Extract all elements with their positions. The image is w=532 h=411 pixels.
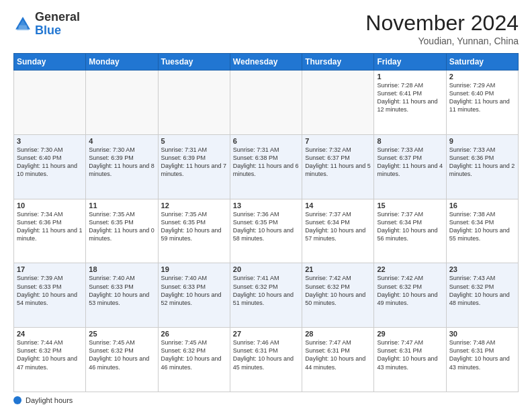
- calendar-cell: [230, 71, 302, 135]
- day-number: 12: [161, 201, 227, 210]
- calendar-cell: 10Sunrise: 7:34 AMSunset: 6:36 PMDayligh…: [14, 199, 86, 263]
- weekday-header: Tuesday: [158, 54, 230, 71]
- calendar-cell: 29Sunrise: 7:47 AMSunset: 6:31 PMDayligh…: [374, 328, 446, 392]
- day-number: 3: [17, 137, 83, 145]
- calendar-cell: 9Sunrise: 7:33 AMSunset: 6:36 PMDaylight…: [446, 134, 518, 199]
- calendar-cell: [14, 71, 86, 135]
- month-title: November 2024: [365, 11, 519, 36]
- day-info: Sunrise: 7:31 AMSunset: 6:39 PMDaylight:…: [161, 146, 227, 179]
- calendar-cell: 7Sunrise: 7:32 AMSunset: 6:37 PMDaylight…: [302, 134, 374, 199]
- day-info: Sunrise: 7:33 AMSunset: 6:37 PMDaylight:…: [377, 146, 443, 179]
- calendar-cell: 15Sunrise: 7:37 AMSunset: 6:34 PMDayligh…: [374, 199, 446, 263]
- day-number: 7: [305, 137, 371, 145]
- day-number: 24: [17, 330, 83, 338]
- day-number: 17: [17, 265, 83, 273]
- day-info: Sunrise: 7:29 AMSunset: 6:40 PMDaylight:…: [449, 81, 515, 114]
- day-number: 15: [377, 201, 443, 210]
- day-number: 20: [233, 265, 299, 273]
- calendar-cell: 30Sunrise: 7:48 AMSunset: 6:31 PMDayligh…: [446, 328, 518, 392]
- weekday-header: Monday: [86, 54, 158, 71]
- day-number: 9: [449, 137, 515, 145]
- calendar-cell: 25Sunrise: 7:45 AMSunset: 6:32 PMDayligh…: [86, 328, 158, 392]
- calendar-cell: 19Sunrise: 7:40 AMSunset: 6:33 PMDayligh…: [158, 263, 230, 328]
- day-info: Sunrise: 7:30 AMSunset: 6:39 PMDaylight:…: [89, 146, 154, 179]
- day-info: Sunrise: 7:42 AMSunset: 6:32 PMDaylight:…: [305, 274, 371, 307]
- day-info: Sunrise: 7:36 AMSunset: 6:35 PMDaylight:…: [233, 210, 299, 243]
- calendar-cell: 4Sunrise: 7:30 AMSunset: 6:39 PMDaylight…: [86, 134, 158, 199]
- weekday-header: Friday: [374, 54, 446, 71]
- footer-label: Daylight hours: [26, 396, 73, 404]
- day-info: Sunrise: 7:42 AMSunset: 6:32 PMDaylight:…: [377, 274, 443, 307]
- day-number: 22: [377, 265, 443, 273]
- day-info: Sunrise: 7:44 AMSunset: 6:32 PMDaylight:…: [17, 338, 83, 371]
- weekday-header: Saturday: [446, 54, 518, 71]
- day-info: Sunrise: 7:28 AMSunset: 6:41 PMDaylight:…: [377, 81, 443, 114]
- calendar-cell: 8Sunrise: 7:33 AMSunset: 6:37 PMDaylight…: [374, 134, 446, 199]
- day-info: Sunrise: 7:32 AMSunset: 6:37 PMDaylight:…: [305, 146, 371, 179]
- svg-rect-2: [19, 25, 27, 29]
- day-info: Sunrise: 7:30 AMSunset: 6:40 PMDaylight:…: [17, 146, 83, 179]
- calendar-cell: 17Sunrise: 7:39 AMSunset: 6:33 PMDayligh…: [14, 263, 86, 328]
- day-number: 30: [449, 330, 515, 338]
- calendar-cell: 27Sunrise: 7:46 AMSunset: 6:31 PMDayligh…: [230, 328, 302, 392]
- calendar-cell: 14Sunrise: 7:37 AMSunset: 6:34 PMDayligh…: [302, 199, 374, 263]
- calendar-cell: 11Sunrise: 7:35 AMSunset: 6:35 PMDayligh…: [86, 199, 158, 263]
- calendar: SundayMondayTuesdayWednesdayThursdayFrid…: [13, 53, 519, 392]
- day-number: 29: [377, 330, 443, 338]
- weekday-header: Thursday: [302, 54, 374, 71]
- day-info: Sunrise: 7:37 AMSunset: 6:34 PMDaylight:…: [377, 210, 443, 243]
- calendar-cell: 20Sunrise: 7:41 AMSunset: 6:32 PMDayligh…: [230, 263, 302, 328]
- calendar-cell: 12Sunrise: 7:35 AMSunset: 6:35 PMDayligh…: [158, 199, 230, 263]
- logo-text: General Blue: [35, 11, 80, 38]
- day-info: Sunrise: 7:47 AMSunset: 6:31 PMDaylight:…: [377, 338, 443, 371]
- location: Youdian, Yunnan, China: [365, 36, 519, 46]
- day-number: 1: [377, 73, 443, 81]
- day-info: Sunrise: 7:47 AMSunset: 6:31 PMDaylight:…: [305, 338, 371, 371]
- calendar-cell: [158, 71, 230, 135]
- day-number: 27: [233, 330, 299, 338]
- footer-dot: [13, 396, 21, 404]
- calendar-cell: [302, 71, 374, 135]
- day-number: 10: [17, 201, 83, 210]
- weekday-header: Sunday: [14, 54, 86, 71]
- day-number: 16: [449, 201, 515, 210]
- calendar-cell: 5Sunrise: 7:31 AMSunset: 6:39 PMDaylight…: [158, 134, 230, 199]
- page: General Blue November 2024 Youdian, Yunn…: [0, 0, 532, 411]
- day-info: Sunrise: 7:40 AMSunset: 6:33 PMDaylight:…: [89, 274, 154, 307]
- day-number: 8: [377, 137, 443, 145]
- calendar-cell: 24Sunrise: 7:44 AMSunset: 6:32 PMDayligh…: [14, 328, 86, 392]
- day-number: 21: [305, 265, 371, 273]
- day-number: 11: [89, 201, 154, 210]
- day-info: Sunrise: 7:33 AMSunset: 6:36 PMDaylight:…: [449, 146, 515, 179]
- day-number: 4: [89, 137, 154, 145]
- day-info: Sunrise: 7:41 AMSunset: 6:32 PMDaylight:…: [233, 274, 299, 307]
- calendar-cell: 1Sunrise: 7:28 AMSunset: 6:41 PMDaylight…: [374, 71, 446, 135]
- day-number: 14: [305, 201, 371, 210]
- calendar-cell: 26Sunrise: 7:45 AMSunset: 6:32 PMDayligh…: [158, 328, 230, 392]
- day-info: Sunrise: 7:37 AMSunset: 6:34 PMDaylight:…: [305, 210, 371, 243]
- day-info: Sunrise: 7:46 AMSunset: 6:31 PMDaylight:…: [233, 338, 299, 371]
- day-number: 5: [161, 137, 227, 145]
- day-number: 19: [161, 265, 227, 273]
- day-number: 26: [161, 330, 227, 338]
- day-info: Sunrise: 7:31 AMSunset: 6:38 PMDaylight:…: [233, 146, 299, 179]
- header: General Blue November 2024 Youdian, Yunn…: [13, 11, 519, 46]
- day-info: Sunrise: 7:35 AMSunset: 6:35 PMDaylight:…: [89, 210, 154, 243]
- calendar-cell: 16Sunrise: 7:38 AMSunset: 6:34 PMDayligh…: [446, 199, 518, 263]
- calendar-cell: 23Sunrise: 7:43 AMSunset: 6:32 PMDayligh…: [446, 263, 518, 328]
- calendar-cell: 21Sunrise: 7:42 AMSunset: 6:32 PMDayligh…: [302, 263, 374, 328]
- day-number: 28: [305, 330, 371, 338]
- day-info: Sunrise: 7:34 AMSunset: 6:36 PMDaylight:…: [17, 210, 83, 243]
- day-info: Sunrise: 7:45 AMSunset: 6:32 PMDaylight:…: [161, 338, 227, 371]
- day-info: Sunrise: 7:40 AMSunset: 6:33 PMDaylight:…: [161, 274, 227, 307]
- day-info: Sunrise: 7:43 AMSunset: 6:32 PMDaylight:…: [449, 274, 515, 307]
- day-number: 2: [449, 73, 515, 81]
- day-info: Sunrise: 7:48 AMSunset: 6:31 PMDaylight:…: [449, 338, 515, 371]
- day-info: Sunrise: 7:39 AMSunset: 6:33 PMDaylight:…: [17, 274, 83, 307]
- logo: General Blue: [13, 11, 80, 38]
- day-number: 23: [449, 265, 515, 273]
- day-info: Sunrise: 7:35 AMSunset: 6:35 PMDaylight:…: [161, 210, 227, 243]
- calendar-cell: 3Sunrise: 7:30 AMSunset: 6:40 PMDaylight…: [14, 134, 86, 199]
- calendar-cell: 18Sunrise: 7:40 AMSunset: 6:33 PMDayligh…: [86, 263, 158, 328]
- day-info: Sunrise: 7:45 AMSunset: 6:32 PMDaylight:…: [89, 338, 154, 371]
